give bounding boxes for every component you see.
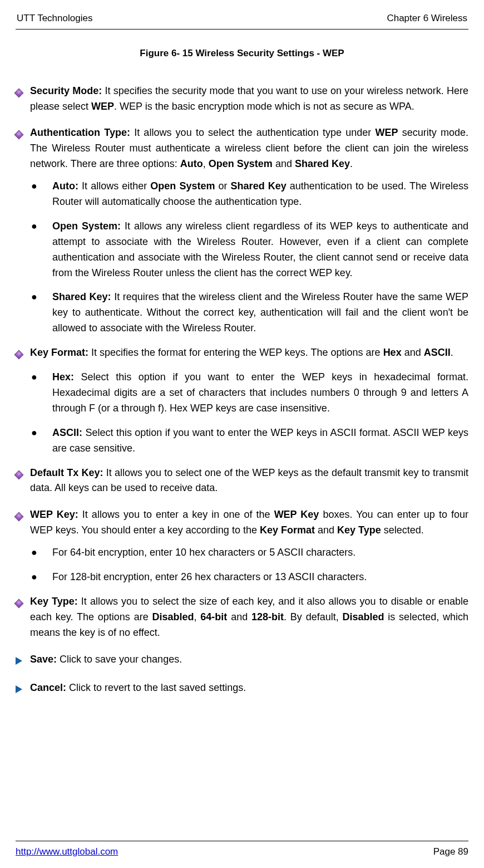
- bullet-icon: ●: [31, 425, 52, 457]
- diamond-icon: [16, 465, 30, 497]
- bullet-icon: ●: [31, 179, 52, 210]
- header-rule: [16, 29, 468, 30]
- sub-text: Shared Key: It requires that the wireles…: [52, 290, 468, 336]
- item-save: Save: Click to save your changes.: [16, 652, 468, 670]
- item-text: Save: Click to save your changes.: [30, 652, 468, 670]
- item-text: Default Tx Key: It allows you to select …: [30, 465, 468, 497]
- header-left: UTT Technologies: [17, 11, 92, 26]
- item-key-format: Key Format: It specifies the format for …: [16, 345, 468, 363]
- item-text: WEP Key: It allows you to enter a key in…: [30, 507, 468, 538]
- triangle-icon: [16, 652, 30, 670]
- sub-hex: ● Hex: Select this option if you want to…: [31, 370, 468, 416]
- sub-128bit: ● For 128-bit encryption, enter 26 hex c…: [31, 570, 468, 585]
- figure-caption: Figure 6- 15 Wireless Security Settings …: [16, 46, 468, 61]
- bullet-icon: ●: [31, 290, 52, 336]
- bullet-icon: ●: [31, 370, 52, 416]
- footer-url-link[interactable]: http://www.uttglobal.com: [16, 845, 118, 859]
- sub-text: For 64-bit encryption, enter 10 hex char…: [52, 545, 468, 561]
- item-cancel: Cancel: Click to revert to the last save…: [16, 680, 468, 698]
- item-security-mode: Security Mode: It specifies the security…: [16, 84, 468, 115]
- diamond-icon: [16, 507, 30, 538]
- footer-rule: [16, 841, 468, 841]
- diamond-icon: [16, 84, 30, 115]
- bullet-icon: ●: [31, 570, 52, 585]
- page-number: Page 89: [433, 845, 468, 859]
- sub-text: Auto: It allows either Open System or Sh…: [52, 179, 468, 210]
- page-footer: http://www.uttglobal.com Page 89: [16, 841, 468, 859]
- bullet-icon: ●: [31, 545, 52, 561]
- triangle-icon: [16, 680, 30, 698]
- diamond-icon: [16, 345, 30, 363]
- sub-text: Open System: It allows any wireless clie…: [52, 219, 468, 281]
- label: Key Type:: [30, 596, 78, 607]
- item-text: Key Format: It specifies the format for …: [30, 345, 468, 363]
- label: Authentication Type:: [30, 127, 130, 138]
- sub-text: ASCII: Select this option if you want to…: [52, 425, 468, 457]
- item-text: Authentication Type: It allows you to se…: [30, 125, 468, 172]
- label: Save:: [30, 654, 57, 665]
- diamond-icon: [16, 594, 30, 641]
- label: WEP Key:: [30, 509, 78, 520]
- label: Key Format:: [30, 347, 88, 358]
- label: Default Tx Key:: [30, 467, 103, 478]
- item-auth-type: Authentication Type: It allows you to se…: [16, 125, 468, 172]
- label: Security Mode:: [30, 85, 102, 96]
- sub-ascii: ● ASCII: Select this option if you want …: [31, 425, 468, 457]
- diamond-icon: [16, 125, 30, 172]
- page-header: UTT Technologies Chapter 6 Wireless: [16, 11, 468, 29]
- item-text: Security Mode: It specifies the security…: [30, 84, 468, 115]
- item-text: Cancel: Click to revert to the last save…: [30, 680, 468, 698]
- header-right: Chapter 6 Wireless: [387, 11, 467, 26]
- sub-open-system: ● Open System: It allows any wireless cl…: [31, 219, 468, 281]
- sub-shared-key: ● Shared Key: It requires that the wirel…: [31, 290, 468, 336]
- sub-text: Hex: Select this option if you want to e…: [52, 370, 468, 416]
- sub-64bit: ● For 64-bit encryption, enter 10 hex ch…: [31, 545, 468, 561]
- item-key-type: Key Type: It allows you to select the si…: [16, 594, 468, 641]
- label: Cancel:: [30, 682, 66, 693]
- item-text: Key Type: It allows you to select the si…: [30, 594, 468, 641]
- bullet-icon: ●: [31, 219, 52, 281]
- sub-auto: ● Auto: It allows either Open System or …: [31, 179, 468, 210]
- sub-text: For 128-bit encryption, enter 26 hex cha…: [52, 570, 468, 585]
- item-default-tx-key: Default Tx Key: It allows you to select …: [16, 465, 468, 497]
- item-wep-key: WEP Key: It allows you to enter a key in…: [16, 507, 468, 538]
